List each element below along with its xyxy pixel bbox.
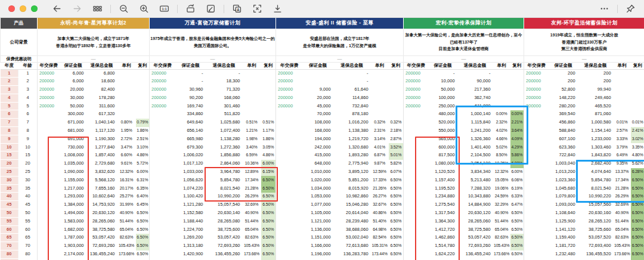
data-cell (276, 168, 303, 177)
data-cell (276, 250, 303, 259)
data-cell: 1,272,360 (206, 143, 243, 151)
data-cell: 6,000 (60, 78, 86, 86)
data-cell: 72,613,680 (333, 242, 371, 250)
data-cell: 72,693,260 (457, 242, 493, 250)
data-cell: 679,300 (176, 143, 206, 151)
data-cell (276, 193, 303, 201)
data-cell (524, 119, 549, 127)
data-cell: 200000 (524, 78, 549, 86)
data-cell: 311,600 (86, 102, 117, 110)
data-cell: 24.59% (493, 193, 510, 201)
data-cell: 28,265,060 (457, 217, 493, 225)
data-cell (614, 102, 631, 110)
traffic-light-close[interactable] (8, 5, 15, 12)
age-cell: 9 (18, 135, 38, 143)
zoom-out-icon[interactable] (119, 4, 129, 14)
data-cell (150, 234, 176, 242)
data-cell (631, 86, 644, 94)
data-cell: 6.00% (510, 168, 524, 177)
company-background-4: 加拿大第一大保险公司，是由加拿大历史第一任总理创办，至今已经有137年了 目前是… (404, 29, 524, 55)
table-row: 30301,155,0005,568,12016.31%6.31%1,056,6… (1, 176, 644, 184)
data-cell: 2.32% (493, 119, 510, 127)
data-cell: 1,008,000 (60, 151, 86, 160)
data-cell (38, 184, 60, 193)
data-cell: 10,602,640 (86, 193, 117, 201)
rotate-icon[interactable] (185, 4, 196, 14)
ocr-icon[interactable]: A (232, 4, 242, 14)
data-cell: 0.00% (493, 110, 510, 119)
data-cell: 72,693,260 (86, 242, 117, 250)
age-cell: 4 (18, 94, 38, 102)
data-cell (510, 102, 524, 110)
data-cell: 1,277,840 (86, 143, 117, 151)
data-cell: 6.00% (136, 168, 150, 177)
data-cell (117, 86, 136, 94)
sub-header-4-1: 年交保费 (404, 62, 429, 69)
data-cell: 108,000 (303, 119, 333, 127)
data-cell: 6.50% (261, 184, 276, 193)
data-cell: 38,688,060 (333, 225, 371, 234)
sub-header-3-3: 退保总金额 (333, 62, 371, 69)
data-cell: 13.37% (614, 168, 631, 177)
company-background-2: 1975年成立于香港，股东是云锋金融集团和全美5大寿险公司之一的美国万通国际公司… (150, 29, 276, 55)
age-cell: 40 (18, 193, 38, 201)
zoom-in-icon[interactable] (139, 4, 149, 14)
table-row: 25251,090,0003,832,62012.32%6.00%1,033,0… (1, 168, 644, 177)
data-cell: 1,293,000 (60, 193, 86, 201)
data-cell: 3,834,340 (457, 168, 493, 177)
data-cell (38, 234, 60, 242)
data-cell: 1,401,400 (457, 143, 493, 151)
data-cell (150, 151, 176, 160)
data-cell: 415,000 (303, 151, 333, 160)
data-cell: 1,326,360 (457, 135, 493, 143)
data-cell (524, 168, 549, 177)
data-cell (150, 160, 176, 168)
data-cell: 588,840 (549, 127, 578, 135)
forward-icon[interactable] (72, 4, 82, 14)
data-cell: - (429, 69, 457, 78)
data-cell: 200000 (524, 94, 549, 102)
fullscreen-icon[interactable] (252, 4, 262, 14)
data-cell (614, 110, 631, 119)
traffic-light-minimize[interactable] (20, 5, 26, 12)
data-cell: 26.29% (614, 193, 631, 201)
age-cell: 2 (18, 78, 38, 86)
product-header-3: 安盛-盛利 II 储蓄保险 - 至尊 (276, 18, 404, 29)
age-cell: 65 (18, 234, 38, 242)
back-icon[interactable] (52, 4, 62, 14)
actual-size-icon[interactable]: 1:1 (159, 4, 169, 14)
data-cell (614, 69, 631, 78)
data-cell (38, 168, 60, 177)
data-cell: 32.69% (243, 201, 261, 209)
product-header-5: 友邦-环宇盈活储蓄保险计划 (524, 18, 644, 29)
traffic-light-zoom[interactable] (31, 5, 38, 12)
annotate-icon[interactable] (206, 4, 216, 14)
data-cell: 21.28% (614, 184, 631, 193)
data-cell (404, 193, 429, 201)
pin-icon[interactable] (626, 4, 636, 14)
data-cell: 2,864,060 (206, 160, 243, 168)
data-cell (404, 135, 429, 143)
data-cell: 1,224,700 (176, 225, 206, 234)
year-cell: 45 (1, 201, 18, 209)
grid-view-icon[interactable] (92, 4, 103, 14)
data-cell (136, 78, 150, 86)
data-cell (150, 176, 176, 184)
data-cell: 20,630,140 (206, 209, 243, 218)
data-cell: 65.04% (243, 225, 261, 234)
year-cell: 6 (1, 110, 18, 119)
data-cell: 600,000 (429, 143, 457, 151)
data-cell (38, 160, 60, 168)
data-cell: 6.50% (389, 209, 404, 218)
data-cell: 6.50% (631, 176, 644, 184)
data-cell: 1,190,300 (86, 135, 117, 143)
data-cell (117, 102, 136, 110)
data-cell: 200000 (524, 86, 549, 94)
data-cell (303, 69, 333, 78)
data-cell: 2.72% (117, 135, 136, 143)
data-cell: 168,000 (303, 127, 333, 135)
download-icon[interactable] (273, 4, 283, 14)
data-cell: 6.50% (261, 209, 276, 218)
more-icon[interactable] (599, 4, 609, 14)
data-cell: 0.79% (136, 119, 150, 127)
